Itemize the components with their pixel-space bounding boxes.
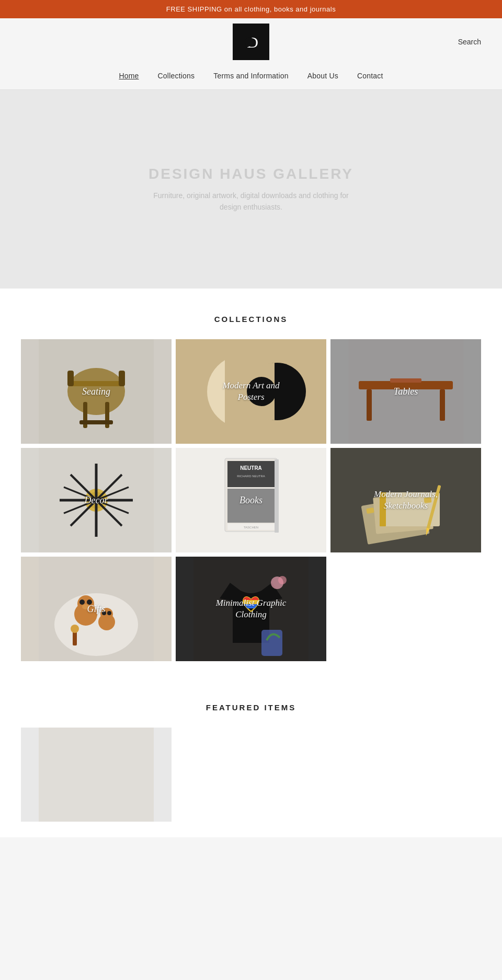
svg-rect-8: [70, 381, 122, 386]
main-nav: Home Collections Terms and Information A…: [0, 65, 502, 90]
svg-rect-7: [79, 420, 113, 424]
collection-books[interactable]: NEUTRA RICHARD NEUTRA TASCHEN Books: [176, 448, 326, 552]
svg-rect-17: [440, 389, 445, 421]
logo-box: D: [233, 24, 269, 60]
svg-rect-39: [227, 489, 275, 523]
logo-svg: D: [238, 29, 264, 55]
svg-point-71: [278, 576, 287, 584]
collection-seating[interactable]: Seating: [21, 339, 172, 444]
svg-text:RICHARD NEUTRA: RICHARD NEUTRA: [237, 475, 265, 478]
svg-text:TASCHEN: TASCHEN: [244, 526, 258, 529]
svg-rect-47: [380, 492, 386, 526]
svg-text:NEUTRA: NEUTRA: [240, 465, 262, 471]
svg-rect-14: [348, 339, 463, 444]
svg-rect-42: [275, 459, 279, 533]
svg-point-64: [71, 625, 79, 633]
svg-point-2: [245, 37, 254, 47]
announcement-text: FREE SHIPPING on all clothing, books and…: [166, 5, 336, 13]
collections-grid: Seating Modern Art andPosters: [21, 339, 481, 661]
nav-about[interactable]: About Us: [307, 72, 338, 80]
collection-journals[interactable]: Modern Journals,Sketchbooks: [330, 448, 481, 552]
svg-point-58: [82, 604, 89, 609]
nav-collections[interactable]: Collections: [158, 72, 195, 80]
collection-clothing[interactable]: Minimalist GraphicClothing: [176, 557, 326, 661]
featured-section: FEATURED ITEMS: [0, 677, 502, 837]
collection-decor[interactable]: Decor: [21, 448, 172, 552]
collection-tables[interactable]: Tables: [330, 339, 481, 444]
collections-title: COLLECTIONS: [21, 315, 481, 324]
svg-point-4: [67, 368, 125, 415]
svg-rect-16: [367, 389, 372, 421]
svg-point-57: [87, 599, 92, 605]
collection-gifts[interactable]: Gifts: [21, 557, 172, 661]
svg-point-53: [54, 593, 138, 656]
svg-point-61: [102, 611, 106, 615]
svg-rect-51: [424, 497, 432, 503]
nav-contact[interactable]: Contact: [357, 72, 383, 80]
svg-point-13: [247, 377, 276, 406]
hero-section: DESIGN HAUS GALLERY Furniture, original …: [0, 90, 502, 289]
logo[interactable]: D: [233, 24, 269, 60]
hero-subtitle: Furniture, original artwork, digital dow…: [146, 190, 356, 213]
featured-item-1[interactable]: [21, 728, 172, 822]
svg-rect-10: [119, 371, 125, 386]
nav-home[interactable]: Home: [119, 72, 139, 80]
featured-grid: [21, 728, 481, 822]
featured-title: FEATURED ITEMS: [21, 703, 481, 712]
svg-rect-67: [243, 600, 259, 604]
svg-rect-18: [390, 378, 421, 383]
svg-point-56: [79, 599, 85, 605]
svg-rect-72: [39, 728, 154, 822]
collection-art[interactable]: Modern Art andPosters: [176, 339, 326, 444]
search-link[interactable]: Search: [458, 38, 481, 46]
nav-terms[interactable]: Terms and Information: [213, 72, 288, 80]
svg-point-62: [107, 611, 111, 615]
header: D Search: [0, 18, 502, 65]
svg-rect-9: [67, 371, 74, 386]
hero-title: DESIGN HAUS GALLERY: [149, 166, 353, 182]
announcement-bar: FREE SHIPPING on all clothing, books and…: [0, 0, 502, 18]
svg-point-55: [77, 595, 94, 612]
collections-section: COLLECTIONS Seating: [0, 289, 502, 677]
